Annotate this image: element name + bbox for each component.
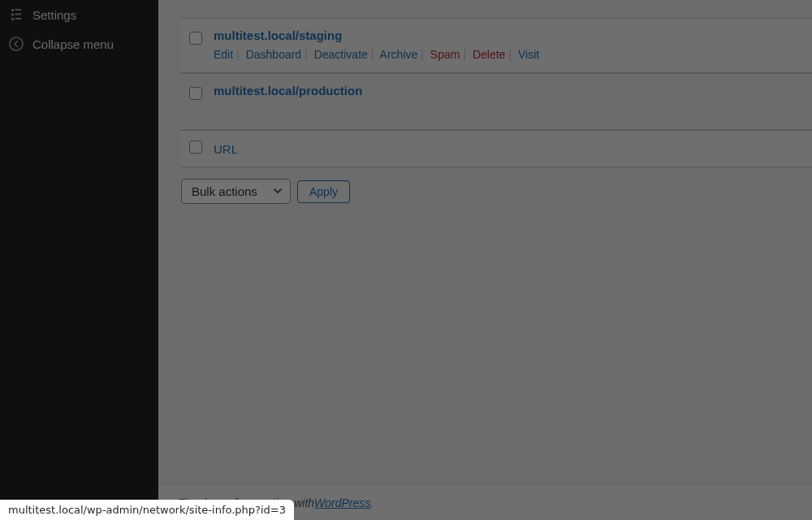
row-actions: Edit| Dashboard| Deactivate| Archive| Sp… bbox=[214, 48, 804, 61]
collapse-icon bbox=[8, 36, 24, 52]
main-content: multitest.local/staging Edit| Dashboard|… bbox=[158, 0, 812, 484]
site-title-link[interactable]: multitest.local/staging bbox=[214, 28, 342, 42]
sidebar-item-label: Settings bbox=[32, 8, 76, 22]
table-row: multitest.local/production bbox=[181, 73, 812, 130]
footer-suffix: . bbox=[370, 496, 374, 509]
row-checkbox[interactable] bbox=[189, 87, 202, 103]
svg-point-0 bbox=[10, 37, 23, 50]
settings-icon bbox=[8, 6, 24, 23]
action-deactivate[interactable]: Deactivate bbox=[314, 48, 368, 61]
site-title-link[interactable]: multitest.local/production bbox=[214, 84, 362, 98]
action-visit[interactable]: Visit bbox=[518, 48, 539, 61]
table-footer-row: URL bbox=[181, 130, 812, 167]
bulk-actions-select[interactable]: Bulk actions bbox=[181, 179, 291, 204]
column-header-url[interactable]: URL bbox=[214, 142, 238, 156]
action-archive[interactable]: Archive bbox=[380, 48, 418, 61]
apply-button[interactable]: Apply bbox=[297, 180, 350, 203]
bulk-actions-row: Bulk actions Apply bbox=[181, 167, 812, 204]
select-all-checkbox[interactable] bbox=[189, 141, 202, 157]
action-dashboard[interactable]: Dashboard bbox=[246, 48, 302, 61]
action-edit[interactable]: Edit bbox=[214, 48, 233, 61]
sidebar-item-settings[interactable]: Settings bbox=[0, 0, 158, 29]
sidebar-item-collapse[interactable]: Collapse menu bbox=[0, 29, 158, 58]
link-preview-statusbar: multitest.local/wp-admin/network/site-in… bbox=[0, 500, 294, 520]
action-spam[interactable]: Spam bbox=[430, 48, 460, 61]
sidebar-item-label: Collapse menu bbox=[32, 37, 114, 51]
action-delete[interactable]: Delete bbox=[473, 48, 505, 61]
table-row: multitest.local/staging Edit| Dashboard|… bbox=[181, 18, 812, 73]
footer-wordpress-link[interactable]: WordPress bbox=[314, 496, 370, 509]
sites-table: multitest.local/staging Edit| Dashboard|… bbox=[158, 18, 812, 204]
admin-sidebar: Settings Collapse menu bbox=[0, 0, 158, 484]
row-checkbox[interactable] bbox=[189, 32, 202, 48]
